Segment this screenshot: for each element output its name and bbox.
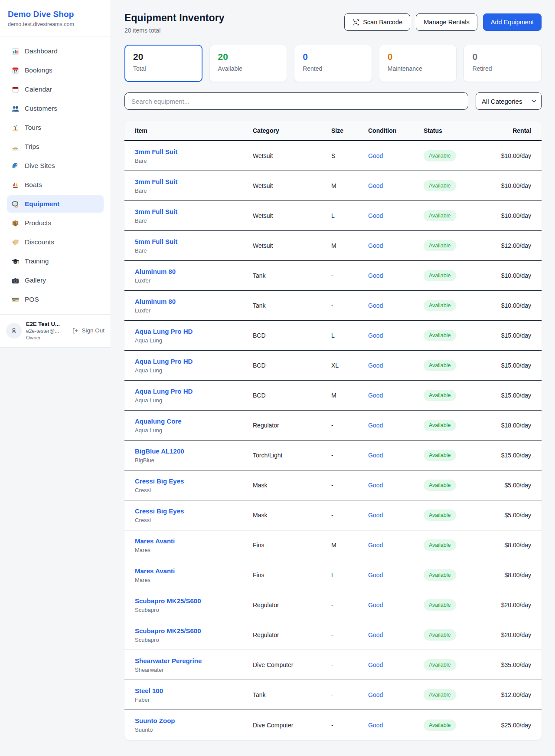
table-row: Aqua Lung Pro HD Aqua Lung BCD XL Good A… xyxy=(124,351,542,381)
condition-link[interactable]: Good xyxy=(368,722,383,729)
item-name-link[interactable]: BigBlue AL1200 xyxy=(135,447,184,455)
item-cell: Aluminum 80 Luxfer xyxy=(135,298,253,314)
item-cell: 3mm Full Suit Bare xyxy=(135,178,253,194)
stat-label: Rented xyxy=(303,65,363,72)
condition-link[interactable]: Good xyxy=(368,572,383,579)
item-name-link[interactable]: 5mm Full Suit xyxy=(135,238,177,245)
sidebar-item-trips[interactable]: Trips xyxy=(7,138,104,155)
sign-out-button[interactable]: Sign Out xyxy=(72,327,104,334)
sidebar-item-gallery[interactable]: Gallery xyxy=(7,272,104,289)
condition-link[interactable]: Good xyxy=(368,631,383,638)
condition-link[interactable]: Good xyxy=(368,212,383,219)
item-name-link[interactable]: 3mm Full Suit xyxy=(135,178,177,185)
item-name-link[interactable]: Cressi Big Eyes xyxy=(135,477,184,485)
item-cell: Scubapro MK25/S600 Scubapro xyxy=(135,627,253,643)
dive-mask-icon xyxy=(11,200,20,208)
stat-value: 20 xyxy=(133,52,194,62)
sidebar-item-discounts[interactable]: Discounts xyxy=(7,233,104,251)
sidebar-item-bookings[interactable]: 17 Bookings xyxy=(7,62,104,79)
condition-link[interactable]: Good xyxy=(368,512,383,519)
scan-barcode-button[interactable]: Scan Barcode xyxy=(344,13,410,31)
condition-link[interactable]: Good xyxy=(368,691,383,698)
item-size: - xyxy=(331,512,368,519)
item-category: Wetsuit xyxy=(253,242,331,249)
stat-label: Available xyxy=(218,65,279,72)
sidebar-item-calendar[interactable]: Calendar xyxy=(7,81,104,98)
item-brand: Scubapro xyxy=(135,637,253,643)
condition-link[interactable]: Good xyxy=(368,452,383,459)
condition-link[interactable]: Good xyxy=(368,542,383,549)
sidebar-item-customers[interactable]: Customers xyxy=(7,100,104,117)
condition-link[interactable]: Good xyxy=(368,242,383,249)
manage-rentals-button[interactable]: Manage Rentals xyxy=(416,13,477,31)
search-input[interactable] xyxy=(124,92,468,110)
status-badge: Available xyxy=(424,360,456,371)
condition-link[interactable]: Good xyxy=(368,272,383,279)
stat-card-maintenance[interactable]: 0 Maintenance xyxy=(379,45,457,82)
condition-link[interactable]: Good xyxy=(368,152,383,159)
item-brand: Bare xyxy=(135,187,253,194)
item-category: Regulator xyxy=(253,631,331,638)
item-name-link[interactable]: Aluminum 80 xyxy=(135,268,176,275)
stat-card-available[interactable]: 20 Available xyxy=(209,45,287,82)
sign-out-icon xyxy=(72,327,79,334)
sidebar-item-dive-sites[interactable]: Dive Sites xyxy=(7,157,104,174)
person-icon xyxy=(10,327,18,335)
stat-card-total[interactable]: 20 Total xyxy=(124,45,202,82)
item-name-link[interactable]: Suunto Zoop xyxy=(135,717,175,724)
item-name-link[interactable]: Mares Avanti xyxy=(135,567,175,575)
sidebar-item-label: Equipment xyxy=(25,200,59,208)
condition-link[interactable]: Good xyxy=(368,661,383,668)
condition-link[interactable]: Good xyxy=(368,602,383,608)
sidebar-item-training[interactable]: Training xyxy=(7,253,104,270)
status-badge: Available xyxy=(424,599,456,611)
condition-link[interactable]: Good xyxy=(368,422,383,429)
item-name-link[interactable]: Aqualung Core xyxy=(135,417,182,425)
user-block: E2E Test U... e2e-tester@... Owner Sign … xyxy=(0,314,111,347)
condition-link[interactable]: Good xyxy=(368,482,383,489)
add-equipment-button[interactable]: Add Equipment xyxy=(483,13,542,31)
sidebar-item-boats[interactable]: Boats xyxy=(7,176,104,194)
item-name-link[interactable]: 3mm Full Suit xyxy=(135,208,177,215)
item-name-link[interactable]: Scubapro MK25/S600 xyxy=(135,597,201,605)
stat-card-rented[interactable]: 0 Rented xyxy=(294,45,372,82)
table-row: 3mm Full Suit Bare Wetsuit S Good Availa… xyxy=(124,141,542,171)
sidebar-item-pos[interactable]: POS xyxy=(7,291,104,308)
rental-price: $10.00/day xyxy=(489,212,531,219)
item-name-link[interactable]: Steel 100 xyxy=(135,687,163,694)
item-name-link[interactable]: Scubapro MK25/S600 xyxy=(135,627,201,634)
page-title-block: Equipment Inventory 20 items total xyxy=(124,12,225,34)
condition-link[interactable]: Good xyxy=(368,362,383,369)
item-name-link[interactable]: Cressi Big Eyes xyxy=(135,507,184,515)
user-info: E2E Test U... e2e-tester@... Owner xyxy=(26,321,68,340)
stat-card-retired[interactable]: 0 Retired xyxy=(464,45,542,82)
item-name-link[interactable]: Aluminum 80 xyxy=(135,298,176,305)
condition-link[interactable]: Good xyxy=(368,302,383,309)
status-badge: Available xyxy=(424,270,456,281)
brand-block: Demo Dive Shop demo.test.divestreams.com xyxy=(0,0,111,36)
item-name-link[interactable]: Shearwater Peregrine xyxy=(135,657,202,664)
rental-price: $25.00/day xyxy=(489,722,531,729)
category-select[interactable]: All Categories xyxy=(476,92,542,110)
column-header-category: Category xyxy=(253,127,331,134)
item-category: Fins xyxy=(253,542,331,549)
status-badge: Available xyxy=(424,330,456,341)
sidebar-item-equipment[interactable]: Equipment xyxy=(7,195,104,213)
status-badge: Available xyxy=(424,450,456,461)
user-email: e2e-tester@... xyxy=(26,328,68,334)
item-name-link[interactable]: Aqua Lung Pro HD xyxy=(135,388,193,395)
sidebar-item-dashboard[interactable]: Dashboard xyxy=(7,43,104,60)
item-name-link[interactable]: Aqua Lung Pro HD xyxy=(135,358,193,365)
stat-value: 20 xyxy=(218,52,279,62)
item-name-link[interactable]: 3mm Full Suit xyxy=(135,148,177,155)
brand-domain: demo.test.divestreams.com xyxy=(8,21,102,27)
status-badge: Available xyxy=(424,390,456,401)
item-name-link[interactable]: Aqua Lung Pro HD xyxy=(135,328,193,335)
condition-link[interactable]: Good xyxy=(368,392,383,399)
item-category: Regulator xyxy=(253,422,331,429)
item-name-link[interactable]: Mares Avanti xyxy=(135,537,175,545)
condition-link[interactable]: Good xyxy=(368,332,383,339)
condition-link[interactable]: Good xyxy=(368,182,383,189)
sidebar-item-products[interactable]: Products xyxy=(7,214,104,232)
sidebar-item-tours[interactable]: Tours xyxy=(7,119,104,136)
